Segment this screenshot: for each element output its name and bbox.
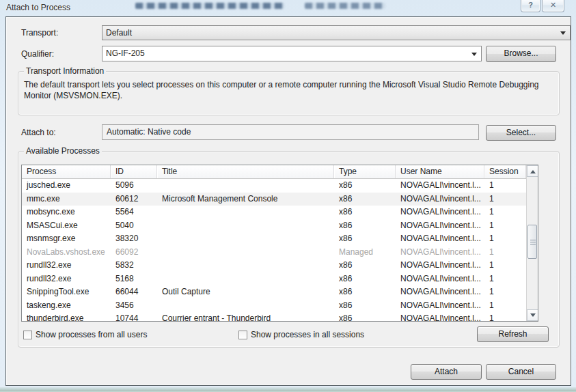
cell-type: x86 [334,259,396,272]
cell-process: jusched.exe [22,179,111,193]
process-table-header[interactable]: Process ID Title Type User Name Session [22,165,538,179]
scroll-up-button[interactable] [527,165,538,177]
chevron-down-icon [471,53,477,56]
cell-title: Outil Capture [157,285,334,299]
cell-title [157,246,334,260]
process-list: jusched.exe5096x86NOVAGALI\vincent.l...1… [22,179,538,322]
process-row[interactable]: SnippingTool.exe66044Outil Capturex86NOV… [22,285,538,299]
dialog-body: Transport: Default Qualifier: NG-IF-205 … [5,16,571,386]
available-processes-groupbox: Available Processes Process ID Title Typ… [18,151,560,348]
cell-id: 5168 [111,272,157,286]
cell-title [157,179,334,193]
cell-type: x86 [334,179,396,193]
qualifier-label: Qualifier: [21,49,54,59]
attach-to-field[interactable]: Automatic: Native code [102,124,479,140]
process-row[interactable]: mobsync.exe5564x86NOVAGALI\vincent.l...1 [22,206,538,219]
cell-session: 1 [484,232,526,246]
blurred-background-text [135,3,284,9]
cell-session: 1 [484,206,526,219]
vertical-scrollbar[interactable] [526,165,538,321]
scroll-down-button[interactable] [527,309,538,321]
cell-title [157,206,334,219]
process-row[interactable]: thunderbird.exe10744Courrier entrant - T… [22,312,538,322]
show-all-sessions-checkbox[interactable]: Show processes in all sessions [238,330,364,339]
cell-process: msnmsgr.exe [22,232,111,246]
process-row[interactable]: rundll32.exe5168x86NOVAGALI\vincent.l...… [22,272,538,286]
process-row[interactable]: mmc.exe60612Microsoft Management Console… [22,193,538,206]
transport-information-title: Transport Information [24,66,106,76]
cell-title: Courrier entrant - Thunderbird [157,312,334,322]
cell-session: 1 [484,193,526,206]
cell-process: rundll32.exe [22,259,111,272]
transport-label: Transport: [21,28,58,38]
cancel-button[interactable]: Cancel [486,364,556,380]
cell-id: 38320 [111,232,157,246]
cell-session: 1 [484,259,526,272]
available-processes-title: Available Processes [24,146,102,156]
cell-user: NOVAGALI\vincent.l... [396,259,484,272]
cell-title [157,272,334,286]
column-header-id[interactable]: ID [111,165,157,178]
triangle-down-icon [530,313,536,317]
process-row[interactable]: MSASCui.exe5040x86NOVAGALI\vincent.l...1 [22,219,538,233]
cell-user: NOVAGALI\vincent.l... [396,285,484,299]
help-button[interactable]: ? [521,0,540,12]
process-row[interactable]: msnmsgr.exe38320x86NOVAGALI\vincent.l...… [22,232,538,246]
select-button[interactable]: Select... [486,125,556,141]
cell-user: NOVAGALI\vincent.l... [396,246,484,260]
column-header-user-name[interactable]: User Name [396,165,484,178]
qualifier-value: NG-IF-205 [106,48,145,58]
cell-session: 1 [484,272,526,286]
cell-process: mobsync.exe [22,206,111,219]
browse-button[interactable]: Browse... [486,46,556,62]
cell-process: SnippingTool.exe [22,285,111,299]
show-all-users-checkbox[interactable]: Show processes from all users [23,330,147,339]
transport-dropdown[interactable]: Default [102,25,571,40]
column-header-title[interactable]: Title [157,165,334,178]
show-all-sessions-label: Show processes in all sessions [251,330,364,339]
process-row[interactable]: jusched.exe5096x86NOVAGALI\vincent.l...1 [22,179,538,193]
close-icon: ✕ [550,1,556,9]
cell-id: 3456 [111,299,157,313]
cell-process: thunderbird.exe [22,312,111,322]
grip-icon [530,242,536,242]
cell-id: 66092 [111,246,157,260]
cell-session: 1 [484,246,526,260]
refresh-button[interactable]: Refresh [477,326,549,342]
process-row[interactable]: NovaLabs.vshost.exe66092ManagedNOVAGALI\… [22,246,538,260]
process-row[interactable]: rundll32.exe5832x86NOVAGALI\vincent.l...… [22,259,538,272]
qualifier-combobox[interactable]: NG-IF-205 [102,46,482,61]
cell-user: NOVAGALI\vincent.l... [396,219,484,233]
attach-button[interactable]: Attach [411,364,482,380]
column-header-session[interactable]: Session [484,165,526,178]
cell-type: x86 [334,272,396,286]
title-bar[interactable]: Attach to Process ? ✕ [0,0,576,16]
process-row[interactable]: taskeng.exe3456x86NOVAGALI\vincent.l...1 [22,299,538,313]
cell-session: 1 [484,299,526,313]
transport-information-text: The default transport lets you select pr… [24,79,556,101]
close-button[interactable]: ✕ [542,0,564,12]
cell-title [157,219,334,233]
transport-value: Default [106,28,132,38]
cell-session: 1 [484,312,526,322]
checkbox-box[interactable] [238,331,247,339]
column-header-type[interactable]: Type [334,165,396,178]
show-all-users-label: Show processes from all users [36,330,147,339]
cell-type: Managed [334,246,396,260]
cell-id: 66044 [111,285,157,299]
cell-id: 60612 [111,193,157,206]
cell-title [157,232,334,246]
cell-user: NOVAGALI\vincent.l... [396,272,484,286]
chevron-down-icon [560,31,566,35]
cell-id: 5040 [111,219,157,233]
scrollbar-thumb[interactable] [527,225,537,259]
column-header-process[interactable]: Process [22,165,111,178]
cell-user: NOVAGALI\vincent.l... [396,179,484,193]
cell-session: 1 [484,219,526,233]
checkbox-box[interactable] [23,331,32,339]
triangle-up-icon [530,170,536,173]
attach-to-label: Attach to: [21,128,56,137]
cell-type: x86 [334,285,396,299]
cell-id: 5564 [111,206,157,219]
cell-title [157,259,334,272]
